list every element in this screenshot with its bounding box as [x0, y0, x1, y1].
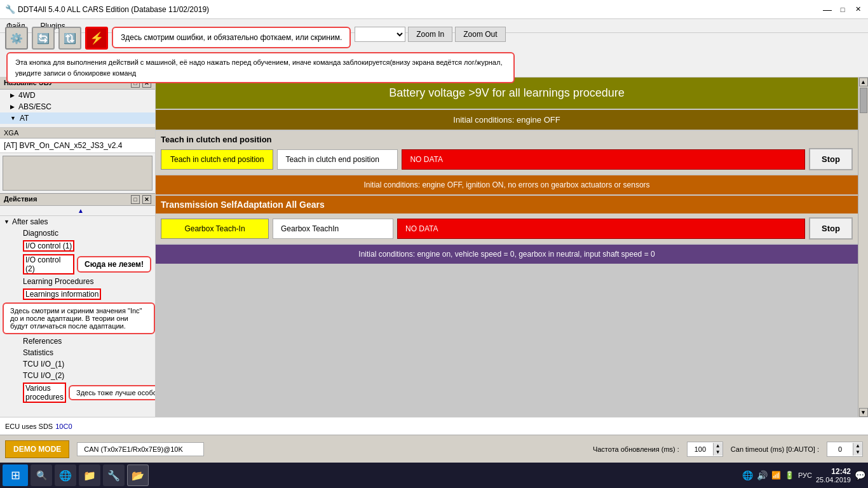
tree-item-io2[interactable]: I/O control (2) Сюда не лезем!: [0, 253, 155, 276]
tree-item-tcu1[interactable]: TCU I/O_(1): [0, 358, 155, 370]
tree-container: ▼ After sales Diagnostic I/O control (1)…: [0, 216, 155, 417]
xga-bar: XGA: [0, 128, 155, 139]
tree-item-tcu2[interactable]: TCU I/O_(2): [0, 370, 155, 381]
actions-section: Действия □ ✕ ▲ ▼ After sales: [0, 193, 155, 417]
toolbar-btn-refresh2[interactable]: 🔃: [58, 27, 81, 50]
tree-item-after-sales[interactable]: ▼ After sales: [0, 216, 155, 227]
ecu-item-abs[interactable]: ▶ ABS/ESC: [0, 101, 155, 112]
zoom-in-button[interactable]: Zoom In: [408, 27, 452, 42]
ecu-uses-label: ECU uses SDS: [5, 423, 53, 430]
actions-header-controls[interactable]: □ ✕: [131, 195, 151, 204]
toolbar-btn-action[interactable]: ⚡: [85, 27, 108, 50]
network-icon[interactable]: 📶: [771, 471, 781, 480]
start-button[interactable]: ⊞: [3, 464, 28, 486]
teach-clutch-status: NO DATA: [402, 149, 805, 170]
toolbar-callout1: Здесь смотрим ошибки, и обязательно фотк…: [112, 27, 351, 48]
teach-clutch-stop-button[interactable]: Stop: [809, 148, 853, 170]
ecu-uses-value: 10C0: [55, 423, 72, 430]
taskbar-app1[interactable]: 🔧: [103, 464, 125, 486]
teach-clutch-button[interactable]: Teach in clutch end position: [161, 149, 273, 170]
scroll-thumb[interactable]: [860, 88, 867, 113]
timeout-up-btn[interactable]: ▲: [853, 443, 862, 449]
taskbar-folder[interactable]: 📁: [79, 464, 100, 486]
transmission-section-header: Transmission SelfAdaptation All Gears: [156, 196, 858, 214]
various-callout: Здесь тоже лучше особо не лазить.: [69, 385, 155, 400]
minimize-button[interactable]: —: [822, 4, 832, 15]
freq-down-btn[interactable]: ▼: [714, 449, 722, 456]
freq-input[interactable]: 100: [688, 442, 713, 456]
left-panel: Название ЭБУ □ ✕ ▶ 4WD ▶ ABS/ESC: [0, 78, 156, 417]
tree-item-learnings-info[interactable]: Learnings information: [0, 287, 155, 301]
tree-item-various[interactable]: Various procedures: [23, 383, 66, 403]
taskbar-right: 🌐 🔊 📶 🔋 РУС 12:42 25.04.2019 💬: [742, 467, 865, 484]
can-info-display: CAN (Tx0x7E1/Rx0x7E9)@10K: [77, 442, 204, 456]
ecu-item-4wd[interactable]: ▶ 4WD: [0, 90, 155, 101]
initial-engine-on-row: Initial conditions: engine on, vehicle s…: [156, 245, 858, 264]
notification-icon[interactable]: 💬: [855, 470, 865, 480]
search-icon: 🔍: [36, 470, 47, 480]
freq-spinner[interactable]: ▲ ▼: [713, 443, 722, 456]
tree-item-references[interactable]: References: [0, 336, 155, 347]
clutch-section-row: Teach in clutch end position Teach in cl…: [161, 148, 853, 170]
tree-item-io1[interactable]: I/O control (1): [0, 239, 155, 253]
scroll-down-btn[interactable]: ▼: [859, 408, 868, 417]
transmission-section-row: Gearbox Teach-In Gearbox TeachIn NO DATA…: [161, 217, 853, 240]
folder-icon: 📁: [83, 470, 96, 482]
title-bar: 🔧 DDT4All 5.4.0 ALL CARS Edition (Databa…: [0, 0, 868, 19]
arrow-icon: ▼: [10, 115, 16, 121]
speaker-icon[interactable]: 🔊: [757, 470, 768, 480]
toolbar-btn-refresh[interactable]: 🔄: [32, 27, 55, 50]
screens-label: ▲: [0, 206, 155, 216]
title-bar-controls[interactable]: — □ ✕: [822, 4, 863, 15]
battery-icon[interactable]: 🔋: [785, 471, 794, 480]
taskbar-browser[interactable]: 🌐: [55, 464, 76, 486]
demo-mode-badge: DEMO MODE: [5, 440, 69, 458]
close-button[interactable]: ✕: [853, 4, 863, 15]
bottom-bar: DEMO MODE CAN (Tx0x7E1/Rx0x7E9)@10K Част…: [0, 435, 868, 463]
toolbar-btn-1[interactable]: ⚙️: [5, 27, 28, 50]
timeout-input[interactable]: 0: [827, 442, 853, 456]
tree-item-diagnostic[interactable]: Diagnostic: [0, 227, 155, 239]
tree-item-statistics[interactable]: Statistics: [0, 347, 155, 358]
taskbar-app2[interactable]: 📂: [127, 464, 149, 486]
gearbox-teach-stop-button[interactable]: Stop: [809, 217, 853, 240]
clutch-section: Teach in clutch end position Teach in cl…: [156, 131, 858, 174]
app2-icon: 📂: [132, 470, 144, 482]
panel-max-btn2[interactable]: □: [131, 195, 140, 204]
gearbox-teach-button[interactable]: Gearbox Teach-In: [161, 219, 269, 239]
toolbar-dropdown[interactable]: [355, 27, 405, 42]
clock-time: 12:42: [816, 467, 851, 476]
freq-input-group[interactable]: 100 ▲ ▼: [687, 442, 723, 457]
ie-icon[interactable]: 🌐: [742, 470, 753, 480]
ecu-item-at[interactable]: ▼ AT: [0, 112, 155, 124]
transmission-section-title: Transmission SelfAdaptation All Gears: [161, 200, 325, 210]
timeout-input-group[interactable]: 0 ▲ ▼: [827, 442, 863, 457]
maximize-button[interactable]: □: [837, 4, 848, 15]
language-indicator: РУС: [798, 471, 812, 479]
panel-close-btn2[interactable]: ✕: [142, 195, 151, 204]
learnings-group: Learnings information Здесь смотрим и ск…: [0, 287, 155, 334]
timeout-spinner[interactable]: ▲ ▼: [853, 443, 862, 456]
clock-date: 25.04.2019: [816, 476, 851, 484]
right-scrollbar[interactable]: ▲ ▼: [858, 78, 868, 417]
tree-item-learning[interactable]: Learning Procedures: [0, 276, 155, 287]
freq-up-btn[interactable]: ▲: [714, 443, 722, 449]
learnings-callout: Здесь смотрим и скриним значения "Inc" д…: [3, 302, 155, 334]
gearbox-teach-label: Gearbox TeachIn: [273, 219, 393, 239]
ecu-list: ▶ 4WD ▶ ABS/ESC ▼ AT: [0, 90, 155, 128]
clock[interactable]: 12:42 25.04.2019: [816, 467, 851, 484]
current-ecu-display: [AT] BVR_On_CAN_x52_JS3_v2.4: [0, 139, 155, 153]
ecu-list-section: Название ЭБУ □ ✕ ▶ 4WD ▶ ABS/ESC: [0, 78, 155, 193]
transmission-section: Gearbox Teach-In Gearbox TeachIn NO DATA…: [156, 214, 858, 243]
ecu-details-box: [3, 156, 153, 191]
io-callout: Сюда не лезем!: [77, 256, 151, 273]
various-group: Various procedures Здесь тоже лучше особ…: [0, 381, 155, 404]
right-panel: Battery voltage >9V for all learnings pr…: [156, 78, 858, 417]
zoom-out-button[interactable]: Zoom Out: [455, 27, 505, 42]
initial-engine-off-ignition-on-row: Initial conditions: engine OFF, ignition…: [156, 175, 858, 194]
actions-header: Действия □ ✕: [0, 194, 155, 206]
chrome-icon: 🌐: [59, 470, 72, 482]
taskbar-search[interactable]: 🔍: [31, 464, 52, 486]
timeout-down-btn[interactable]: ▼: [853, 449, 862, 456]
clutch-section-title: Teach in clutch end position: [161, 135, 853, 144]
